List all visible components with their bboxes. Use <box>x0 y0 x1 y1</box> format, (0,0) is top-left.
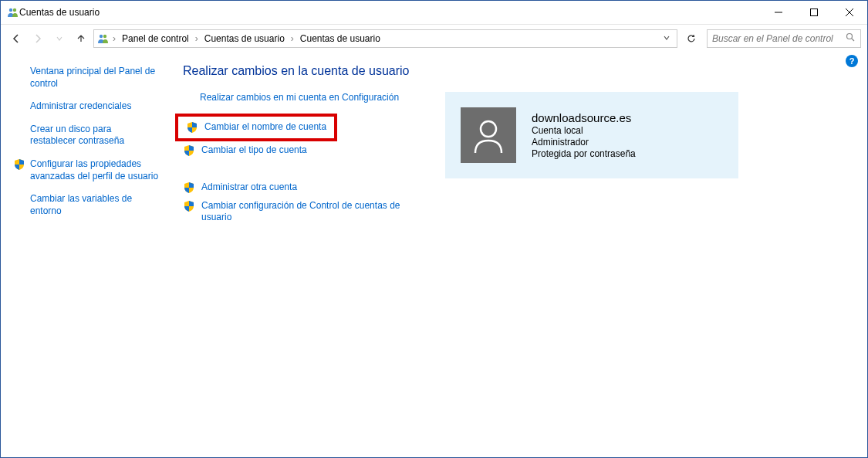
uac-link[interactable]: Cambiar configuración de Control de cuen… <box>183 200 422 224</box>
account-protected: Protegida por contraseña <box>532 148 636 159</box>
chevron-right-icon[interactable]: › <box>111 33 117 44</box>
sidebar: Ventana principal del Panel de control A… <box>13 59 167 230</box>
maximize-button[interactable] <box>796 1 832 24</box>
svg-line-9 <box>852 39 854 41</box>
shield-icon <box>183 144 195 157</box>
svg-point-10 <box>481 121 496 137</box>
sidebar-reset-disk[interactable]: Crear un disco para restablecer contrase… <box>13 124 160 148</box>
breadcrumb-item[interactable]: Panel de control <box>119 32 192 46</box>
search-box[interactable] <box>707 29 861 48</box>
back-button[interactable] <box>7 29 25 48</box>
svg-point-7 <box>103 34 106 37</box>
window-controls <box>761 1 867 24</box>
page-heading: Realizar cambios en la cuenta de usuario <box>183 64 855 78</box>
avatar <box>461 107 516 163</box>
rename-account-link[interactable]: Cambiar el nombre de cuenta <box>186 121 326 134</box>
actions-column: Realizar cambios en mi cuenta en Configu… <box>183 92 422 230</box>
close-button[interactable] <box>832 1 867 24</box>
users-icon <box>7 6 19 19</box>
svg-point-6 <box>100 34 103 37</box>
sidebar-home[interactable]: Ventana principal del Panel de control <box>13 66 160 90</box>
svg-point-0 <box>9 8 12 12</box>
config-link[interactable]: Realizar cambios en mi cuenta en Configu… <box>200 92 422 104</box>
minimize-button[interactable] <box>761 1 796 24</box>
recent-dropdown[interactable] <box>50 29 69 48</box>
svg-rect-3 <box>811 9 818 16</box>
users-icon <box>97 32 110 45</box>
account-type: Cuenta local <box>532 125 636 136</box>
account-info: downloadsource.es Cuenta local Administr… <box>532 111 636 159</box>
help-icon[interactable]: ? <box>846 55 858 67</box>
shield-icon <box>186 121 198 134</box>
sidebar-advanced-profile[interactable]: Configurar las propiedades avanzadas del… <box>13 158 160 182</box>
manage-other-link[interactable]: Administrar otra cuenta <box>183 182 422 194</box>
breadcrumb-item[interactable]: Cuentas de usuario <box>297 32 383 46</box>
account-name: downloadsource.es <box>532 111 636 124</box>
svg-point-8 <box>847 33 853 39</box>
window-title: Cuentas de usuario <box>19 7 761 18</box>
shield-icon <box>183 200 195 212</box>
titlebar: Cuentas de usuario <box>1 1 867 24</box>
search-icon <box>846 32 856 45</box>
up-button[interactable] <box>72 29 90 48</box>
refresh-button[interactable] <box>682 29 701 48</box>
account-card: downloadsource.es Cuenta local Administr… <box>445 92 738 178</box>
address-bar[interactable]: › Panel de control › Cuentas de usuario … <box>93 29 677 48</box>
forward-button[interactable] <box>29 29 47 48</box>
highlighted-action: Cambiar el nombre de cuenta <box>175 114 337 141</box>
shield-icon <box>183 182 195 194</box>
change-type-link[interactable]: Cambiar el tipo de cuenta <box>183 144 422 157</box>
breadcrumb-item[interactable]: Cuentas de usuario <box>201 32 288 46</box>
account-role: Administrador <box>532 137 636 148</box>
chevron-right-icon[interactable]: › <box>194 33 200 44</box>
sidebar-credentials[interactable]: Administrar credenciales <box>13 100 160 113</box>
sidebar-env-vars[interactable]: Cambiar las variables de entorno <box>13 193 160 217</box>
navbar: › Panel de control › Cuentas de usuario … <box>1 24 867 52</box>
main: Realizar cambios en la cuenta de usuario… <box>167 59 855 230</box>
chevron-right-icon[interactable]: › <box>289 33 296 44</box>
svg-point-1 <box>13 8 16 12</box>
shield-icon <box>13 158 25 171</box>
content: ? Ventana principal del Panel de control… <box>1 52 867 238</box>
search-input[interactable] <box>712 33 846 44</box>
address-dropdown[interactable] <box>660 33 674 44</box>
